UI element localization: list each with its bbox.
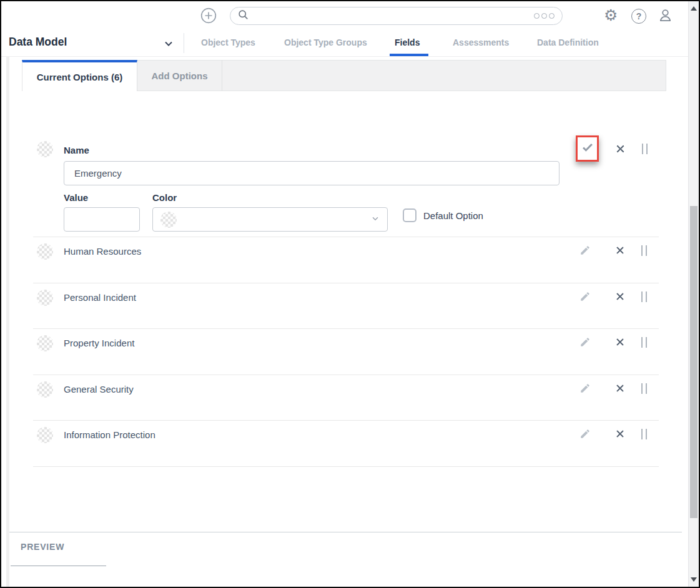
- app-window: Data Model Object Types Object Type Grou…: [0, 0, 700, 588]
- user-profile-icon[interactable]: [658, 7, 673, 23]
- search-bar[interactable]: [230, 7, 563, 25]
- selected-color-swatch: [160, 212, 177, 228]
- search-input[interactable]: [254, 11, 534, 22]
- option-label: Human Resources: [64, 246, 141, 257]
- value-field-label: Value: [64, 192, 88, 203]
- name-input[interactable]: [64, 161, 560, 185]
- color-swatch-placeholder: [37, 243, 53, 260]
- annotation-highlight: [576, 135, 599, 162]
- edit-pencil-icon[interactable]: [579, 245, 591, 256]
- edit-pencil-icon[interactable]: [579, 291, 591, 302]
- chevron-down-icon[interactable]: [164, 39, 174, 51]
- cancel-x-icon[interactable]: [614, 143, 626, 157]
- tab-object-types[interactable]: Object Types: [201, 37, 255, 47]
- tab-data-definition[interactable]: Data Definition: [537, 37, 599, 47]
- option-row: Information Protection: [33, 421, 659, 467]
- search-icon: [238, 9, 249, 22]
- drag-handle-icon[interactable]: [641, 245, 647, 256]
- options-tab-strip: Current Options (6) Add Options: [22, 60, 666, 91]
- tab-assessments[interactable]: Assessments: [453, 37, 509, 47]
- help-icon[interactable]: [631, 9, 646, 24]
- tab-fields[interactable]: Fields: [395, 37, 420, 47]
- option-row: General Security: [33, 375, 659, 421]
- remove-x-icon[interactable]: [614, 336, 626, 348]
- preview-underline: [11, 566, 106, 566]
- overflow-icon[interactable]: [534, 13, 555, 19]
- confirm-check-icon[interactable]: [581, 140, 594, 157]
- tab-current-options[interactable]: Current Options (6): [22, 60, 137, 91]
- color-swatch-placeholder: [37, 427, 53, 443]
- drag-handle-icon[interactable]: [641, 383, 647, 394]
- remove-x-icon[interactable]: [614, 383, 626, 394]
- option-label: Personal Incident: [64, 292, 136, 303]
- scroll-down-arrow[interactable]: [691, 577, 697, 582]
- create-icon[interactable]: [200, 7, 217, 24]
- divider: [9, 532, 682, 532]
- option-label: General Security: [64, 384, 134, 394]
- tab-add-options[interactable]: Add Options: [137, 60, 222, 91]
- color-swatch-placeholder: [37, 381, 53, 398]
- color-swatch-placeholder: [37, 335, 53, 351]
- option-row: Personal Incident: [33, 283, 659, 330]
- edit-pencil-icon[interactable]: [579, 383, 591, 394]
- drag-handle-icon[interactable]: [641, 429, 647, 439]
- remove-x-icon[interactable]: [614, 245, 626, 256]
- name-field-label: Name: [64, 145, 89, 155]
- color-swatch-placeholder: [37, 141, 53, 157]
- default-option-checkbox[interactable]: [403, 208, 417, 222]
- active-tab-underline: [390, 54, 428, 56]
- top-bar: [1, 1, 688, 31]
- remove-x-icon[interactable]: [614, 291, 626, 302]
- chevron-down-icon: [371, 214, 380, 225]
- default-option-label: Default Option: [423, 210, 483, 221]
- options-list: Human Resources Personal Incident Proper…: [33, 237, 659, 467]
- option-row: Property Incident: [33, 329, 659, 375]
- nav-bar: Data Model Object Types Object Type Grou…: [1, 30, 688, 57]
- vertical-scrollbar[interactable]: [688, 1, 699, 587]
- value-input[interactable]: [64, 207, 140, 232]
- color-field-label: Color: [152, 192, 177, 203]
- option-row: Human Resources: [33, 237, 659, 283]
- scroll-up-arrow[interactable]: [691, 6, 697, 11]
- tab-object-type-groups[interactable]: Object Type Groups: [284, 37, 367, 47]
- color-select[interactable]: [152, 207, 388, 232]
- drag-handle-icon[interactable]: [641, 292, 647, 302]
- panel-edge: [6, 56, 9, 587]
- preview-section-label: PREVIEW: [21, 542, 64, 552]
- edit-pencil-icon[interactable]: [579, 336, 591, 348]
- divider: [184, 33, 184, 53]
- option-label: Property Incident: [64, 338, 134, 348]
- settings-gear-icon[interactable]: [604, 7, 618, 23]
- edit-pencil-icon[interactable]: [579, 428, 591, 439]
- remove-x-icon[interactable]: [614, 428, 626, 439]
- scrollbar-thumb[interactable]: [690, 206, 698, 518]
- drag-handle-icon[interactable]: [642, 144, 648, 154]
- module-selector-label[interactable]: Data Model: [9, 36, 67, 49]
- color-swatch-placeholder: [37, 290, 53, 306]
- drag-handle-icon[interactable]: [641, 337, 647, 348]
- option-label: Information Protection: [64, 429, 155, 440]
